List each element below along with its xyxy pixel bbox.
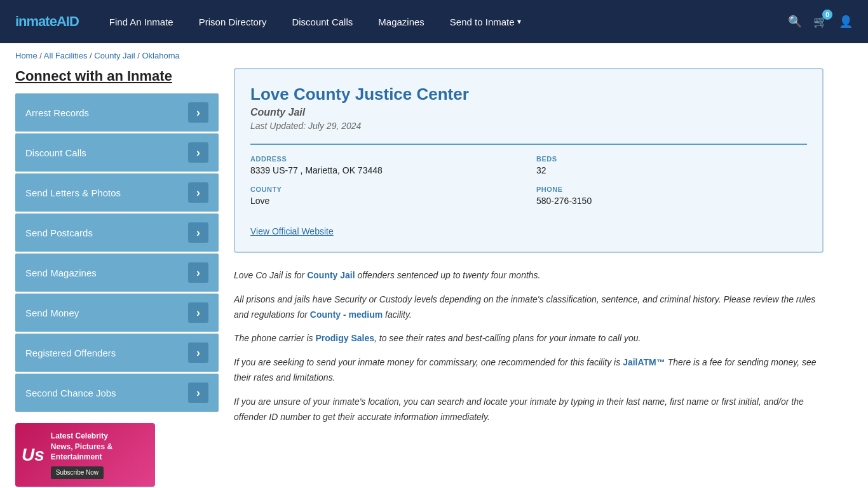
header-icons: 🔍 🛒 0 👤 xyxy=(788,15,853,29)
sidebar-item-second-chance-jobs[interactable]: Second Chance Jobs › xyxy=(15,374,219,412)
facility-details: ADDRESS 8339 US-77 , Marietta, OK 73448 … xyxy=(250,144,807,236)
sidebar-menu: Arrest Records › Discount Calls › Send L… xyxy=(15,93,219,412)
sidebar-item-send-money[interactable]: Send Money › xyxy=(15,294,219,332)
desc-para1: Love Co Jail is for County Jail offender… xyxy=(234,268,824,283)
nav-discount-calls[interactable]: Discount Calls xyxy=(292,17,353,27)
beds-label: BEDS xyxy=(536,155,807,163)
facility-website-link[interactable]: View Official Website xyxy=(250,226,807,236)
address-block: ADDRESS 8339 US-77 , Marietta, OK 73448 xyxy=(250,155,521,175)
ad-logo: Us xyxy=(22,445,44,465)
address-label: ADDRESS xyxy=(250,155,521,163)
sidebar-item-send-postcards[interactable]: Send Postcards › xyxy=(15,214,219,252)
phone-block: PHONE 580-276-3150 xyxy=(536,186,807,206)
facility-updated: Last Updated: July 29, 2024 xyxy=(250,121,807,131)
nav-prison-directory[interactable]: Prison Directory xyxy=(199,17,267,27)
facility-type: County Jail xyxy=(250,107,807,118)
facility-name: Love County Justice Center xyxy=(250,85,807,104)
sidebar-title: Connect with an Inmate xyxy=(15,68,219,85)
breadcrumb-all-facilities[interactable]: All Facilities xyxy=(44,51,88,60)
main-layout: Connect with an Inmate Arrest Records › … xyxy=(0,68,839,488)
user-icon[interactable]: 👤 xyxy=(839,15,853,29)
address-value: 8339 US-77 , Marietta, OK 73448 xyxy=(250,165,521,175)
desc-para5: If you are unsure of your inmate's locat… xyxy=(234,395,824,425)
dropdown-arrow-icon: ▾ xyxy=(517,17,521,26)
county-jail-link[interactable]: County Jail xyxy=(307,270,355,280)
logo[interactable]: inmateAID xyxy=(15,13,79,30)
search-icon[interactable]: 🔍 xyxy=(788,15,802,29)
jailatm-link[interactable]: JailATM™ xyxy=(623,357,665,367)
nav-send-to-inmate[interactable]: Send to Inmate ▾ xyxy=(450,17,521,27)
prodigy-sales-link[interactable]: Prodigy Sales xyxy=(315,333,374,343)
facility-description: Love Co Jail is for County Jail offender… xyxy=(234,268,824,424)
arrow-icon: › xyxy=(188,102,208,123)
desc-para3: The phone carrier is Prodigy Sales, to s… xyxy=(234,331,824,346)
nav-find-inmate[interactable]: Find An Inmate xyxy=(109,17,173,27)
phone-value: 580-276-3150 xyxy=(536,196,807,206)
header: inmateAID Find An Inmate Prison Director… xyxy=(0,0,868,43)
arrow-icon: › xyxy=(188,222,208,243)
sidebar-item-send-letters[interactable]: Send Letters & Photos › xyxy=(15,173,219,212)
arrow-icon: › xyxy=(188,182,208,203)
sidebar-item-send-magazines[interactable]: Send Magazines › xyxy=(15,254,219,292)
sidebar-advertisement[interactable]: Us Latest CelebrityNews, Pictures &Enter… xyxy=(15,423,155,487)
phone-label: PHONE xyxy=(536,186,807,193)
arrow-icon: › xyxy=(188,342,208,363)
ad-subscribe-button[interactable]: Subscribe Now xyxy=(51,466,104,479)
sidebar-item-registered-offenders[interactable]: Registered Offenders › xyxy=(15,334,219,372)
county-medium-link[interactable]: County - medium xyxy=(310,309,383,320)
main-content: Love County Justice Center County Jail L… xyxy=(234,68,824,487)
facility-card: Love County Justice Center County Jail L… xyxy=(234,68,824,253)
sidebar: Connect with an Inmate Arrest Records › … xyxy=(15,68,219,487)
sidebar-item-discount-calls[interactable]: Discount Calls › xyxy=(15,133,219,172)
county-block: COUNTY Love xyxy=(250,186,521,206)
arrow-icon: › xyxy=(188,302,208,323)
nav: Find An Inmate Prison Directory Discount… xyxy=(109,17,768,27)
cart-icon[interactable]: 🛒 0 xyxy=(813,15,827,29)
cart-badge: 0 xyxy=(822,10,832,20)
breadcrumb: Home / All Facilities / County Jail / Ok… xyxy=(0,43,868,68)
nav-magazines[interactable]: Magazines xyxy=(378,17,424,27)
arrow-icon: › xyxy=(188,383,208,403)
arrow-icon: › xyxy=(188,142,208,163)
breadcrumb-home[interactable]: Home xyxy=(15,51,37,60)
beds-block: BEDS 32 xyxy=(536,155,807,175)
breadcrumb-county-jail[interactable]: County Jail xyxy=(94,51,135,60)
beds-value: 32 xyxy=(536,165,807,175)
sidebar-item-arrest-records[interactable]: Arrest Records › xyxy=(15,93,219,132)
desc-para2: All prisons and jails have Security or C… xyxy=(234,292,824,323)
arrow-icon: › xyxy=(188,262,208,283)
breadcrumb-oklahoma[interactable]: Oklahoma xyxy=(142,51,179,60)
desc-para4: If you are seeking to send your inmate m… xyxy=(234,355,824,386)
county-label: COUNTY xyxy=(250,186,521,193)
county-value: Love xyxy=(250,196,521,206)
ad-text: Latest CelebrityNews, Pictures &Entertai… xyxy=(51,431,149,479)
